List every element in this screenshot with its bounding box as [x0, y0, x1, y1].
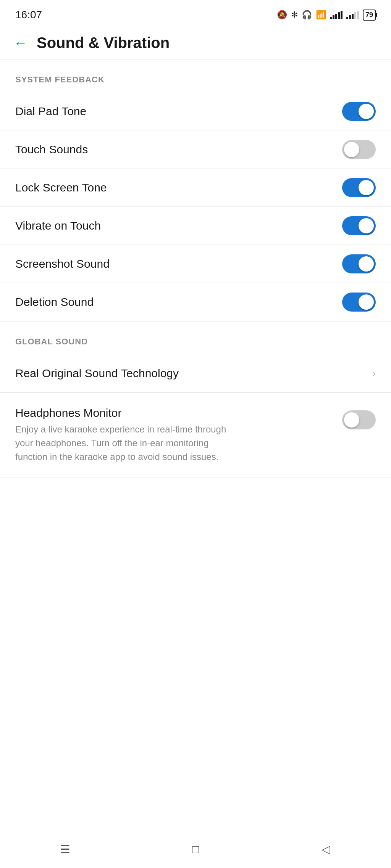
nav-bar: ☰ □ ◁ [0, 830, 391, 868]
setting-row-dial-pad-tone: Dial Pad Tone [0, 92, 391, 130]
divider-3 [0, 478, 391, 478]
setting-label-deletion-sound: Deletion Sound [15, 296, 94, 309]
setting-row-lock-screen-tone: Lock Screen Tone [0, 169, 391, 207]
setting-label-lock-screen-tone: Lock Screen Tone [15, 181, 107, 194]
setting-subtitle-headphones-monitor: Enjoy a live karaoke experience in real-… [15, 423, 237, 464]
setting-label-real-original-sound: Real Original Sound Technology [15, 367, 179, 380]
battery-icon: 79 [363, 10, 376, 21]
page-title: Sound & Vibration [37, 34, 170, 51]
content-area: SYSTEM FEEDBACK Dial Pad Tone Touch Soun… [0, 59, 391, 516]
setting-label-headphones-monitor: Headphones Monitor [15, 407, 342, 420]
toggle-headphones-monitor[interactable] [342, 410, 376, 429]
setting-label-touch-sounds: Touch Sounds [15, 143, 88, 156]
nav-menu-button[interactable]: ☰ [50, 838, 81, 861]
menu-icon: ☰ [60, 842, 70, 856]
signal-bars-1 [330, 11, 343, 19]
status-bar: 16:07 🔕 ✻ 🎧 📶 79 [0, 0, 391, 27]
setting-content-headphones-monitor: Headphones Monitor Enjoy a live karaoke … [15, 407, 342, 464]
setting-row-headphones-monitor: Headphones Monitor Enjoy a live karaoke … [0, 393, 391, 478]
mute-icon: 🔕 [277, 10, 287, 20]
toggle-knob-lock-screen-tone [359, 180, 374, 195]
toggle-knob-vibrate-on-touch [359, 218, 374, 233]
setting-row-vibrate-on-touch: Vibrate on Touch [0, 207, 391, 245]
nav-back-button[interactable]: ◁ [310, 838, 341, 861]
setting-row-real-original-sound[interactable]: Real Original Sound Technology › [0, 354, 391, 392]
status-time: 16:07 [15, 9, 42, 21]
nav-back-icon: ◁ [322, 842, 330, 856]
chevron-right-icon: › [372, 367, 376, 379]
toggle-knob-headphones-monitor [344, 412, 359, 428]
bluetooth-icon: ✻ [291, 10, 298, 20]
toggle-knob-touch-sounds [344, 142, 359, 157]
toggle-knob-deletion-sound [359, 294, 374, 310]
setting-label-dial-pad-tone: Dial Pad Tone [15, 105, 86, 118]
signal-bars-2 [346, 11, 359, 19]
setting-row-touch-sounds: Touch Sounds [0, 130, 391, 169]
home-icon: □ [192, 843, 199, 856]
setting-row-deletion-sound: Deletion Sound [0, 283, 391, 321]
setting-label-screenshot-sound: Screenshot Sound [15, 257, 110, 270]
headphones-icon: 🎧 [302, 10, 312, 20]
toggle-knob-dial-pad-tone [359, 104, 374, 119]
setting-row-screenshot-sound: Screenshot Sound [0, 245, 391, 283]
header: ← Sound & Vibration [0, 27, 391, 59]
toggle-touch-sounds[interactable] [342, 140, 376, 159]
nav-home-button[interactable]: □ [180, 838, 211, 861]
status-icons: 🔕 ✻ 🎧 📶 79 [277, 10, 376, 21]
toggle-vibrate-on-touch[interactable] [342, 216, 376, 235]
toggle-deletion-sound[interactable] [342, 293, 376, 312]
toggle-lock-screen-tone[interactable] [342, 178, 376, 197]
toggle-dial-pad-tone[interactable] [342, 102, 376, 121]
wifi-icon: 📶 [316, 10, 326, 20]
section-label-system-feedback: SYSTEM FEEDBACK [0, 59, 391, 92]
toggle-knob-screenshot-sound [359, 256, 374, 272]
back-button[interactable]: ← [14, 36, 27, 50]
toggle-screenshot-sound[interactable] [342, 254, 376, 273]
setting-label-vibrate-on-touch: Vibrate on Touch [15, 219, 101, 232]
section-label-global-sound: GLOBAL SOUND [0, 321, 391, 354]
